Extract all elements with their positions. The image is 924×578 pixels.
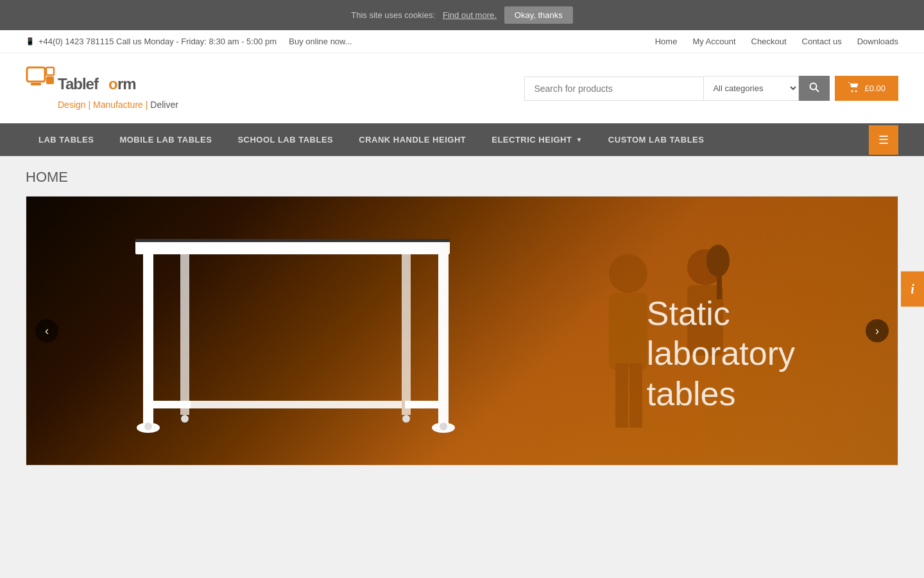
top-nav-home[interactable]: Home (655, 37, 678, 46)
top-bar: 📱 +44(0) 1423 781115 Call us Monday - Fr… (0, 30, 924, 53)
svg-rect-27 (609, 293, 647, 370)
phone-icon: 📱 (26, 37, 35, 46)
svg-text:Tablef: Tablef (58, 75, 99, 92)
search-input[interactable] (524, 76, 704, 101)
cart-button[interactable]: £0.00 (835, 76, 898, 101)
top-bar-nav: Home My Account Checkout Contact us Down… (655, 37, 898, 46)
cookie-bar: This site uses cookies: Find out more. O… (0, 0, 924, 30)
top-nav-my-account[interactable]: My Account (692, 37, 735, 46)
top-nav-contact-us[interactable]: Contact us (802, 37, 842, 46)
svg-rect-16 (402, 254, 411, 415)
nav-custom-lab-tables[interactable]: CUSTOM LAB TABLES (595, 123, 717, 156)
tagline-sep1: | (86, 100, 93, 110)
slide-text-line1: Static (647, 293, 795, 333)
nav-mobile-lab-tables[interactable]: MOBILE LAB TABLES (107, 123, 225, 156)
svg-point-7 (810, 83, 817, 90)
top-bar-left: 📱 +44(0) 1423 781115 Call us Monday - Fr… (26, 37, 352, 46)
logo-svg: Tablef o rm (26, 66, 141, 101)
nav-menu-button[interactable]: ☰ (869, 125, 898, 155)
search-button[interactable] (799, 76, 830, 101)
search-icon (809, 82, 819, 92)
svg-point-25 (402, 415, 410, 423)
tagline-design: Design (58, 100, 86, 110)
cookie-text: This site uses cookies: (351, 10, 435, 20)
page-content: HOME (0, 156, 924, 478)
slide-text-line3: tables (647, 374, 795, 414)
tagline: Design | Manufacture | Deliver (58, 99, 178, 110)
buy-online-link[interactable]: Buy online now... (289, 37, 352, 46)
svg-rect-19 (180, 401, 402, 408)
svg-point-32 (706, 245, 730, 277)
svg-rect-29 (629, 363, 642, 428)
nav-electric-height[interactable]: ELECTRIC HEIGHT ▼ (479, 123, 595, 156)
nav-crank-handle-height[interactable]: CRANK HANDLE HEIGHT (346, 123, 479, 156)
svg-point-24 (181, 415, 189, 423)
menu-icon: ☰ (878, 133, 889, 147)
main-nav: LAB TABLES MOBILE LAB TABLES SCHOOL LAB … (0, 123, 924, 156)
svg-point-10 (855, 91, 857, 92)
page-title: HOME (26, 169, 898, 186)
cart-icon (848, 82, 859, 94)
svg-point-9 (851, 91, 853, 92)
svg-rect-28 (615, 363, 628, 428)
svg-rect-3 (46, 76, 54, 84)
svg-text:rm: rm (117, 75, 136, 92)
carousel-slide: Static laboratory tables (26, 197, 898, 465)
nav-school-lab-tables[interactable]: SCHOOL LAB TABLES (225, 123, 346, 156)
slide-text-line2: laboratory (647, 333, 795, 373)
tagline-sep2: | (143, 100, 150, 110)
svg-point-26 (609, 254, 647, 293)
svg-rect-2 (46, 67, 54, 75)
info-icon: i (911, 282, 914, 297)
svg-rect-18 (405, 401, 449, 408)
svg-rect-15 (180, 254, 189, 415)
carousel-next-button[interactable]: › (866, 319, 889, 342)
logo[interactable]: Tablef o rm (26, 66, 178, 101)
carousel: Static laboratory tables ‹ › (26, 196, 898, 466)
contact-info: +44(0) 1423 781115 Call us Monday - Frid… (38, 37, 277, 46)
category-select[interactable]: All categories Lab Tables Mobile Lab Tab… (704, 76, 799, 101)
top-nav-downloads[interactable]: Downloads (857, 37, 898, 46)
lab-table-illustration (129, 227, 463, 452)
nav-lab-tables[interactable]: LAB TABLES (26, 123, 107, 156)
chevron-down-icon: ▼ (576, 136, 582, 143)
top-nav-checkout[interactable]: Checkout (751, 37, 787, 46)
tagline-deliver: Deliver (150, 100, 178, 110)
svg-rect-11 (135, 240, 450, 254)
svg-rect-13 (143, 254, 153, 425)
header: Tablef o rm Design | Manufacture | Deliv… (0, 53, 924, 123)
svg-text:o: o (108, 75, 117, 92)
slide-text: Static laboratory tables (647, 293, 795, 414)
svg-rect-1 (31, 83, 41, 85)
carousel-prev-button[interactable]: ‹ (35, 319, 58, 342)
svg-point-22 (144, 423, 152, 430)
svg-point-23 (440, 423, 447, 430)
buy-online-text (280, 37, 285, 46)
cart-amount: £0.00 (864, 83, 886, 93)
tagline-manufacture: Manufacture (93, 100, 143, 110)
cookie-accept-button[interactable]: Okay, thanks (504, 6, 573, 24)
search-area: All categories Lab Tables Mobile Lab Tab… (524, 76, 898, 101)
svg-rect-0 (27, 67, 45, 82)
logo-area: Tablef o rm Design | Manufacture | Deliv… (26, 66, 178, 110)
svg-rect-14 (438, 254, 449, 425)
info-tab[interactable]: i (901, 272, 924, 307)
svg-rect-12 (135, 239, 450, 242)
svg-line-8 (816, 89, 819, 92)
cookie-link[interactable]: Find out more. (443, 10, 497, 20)
